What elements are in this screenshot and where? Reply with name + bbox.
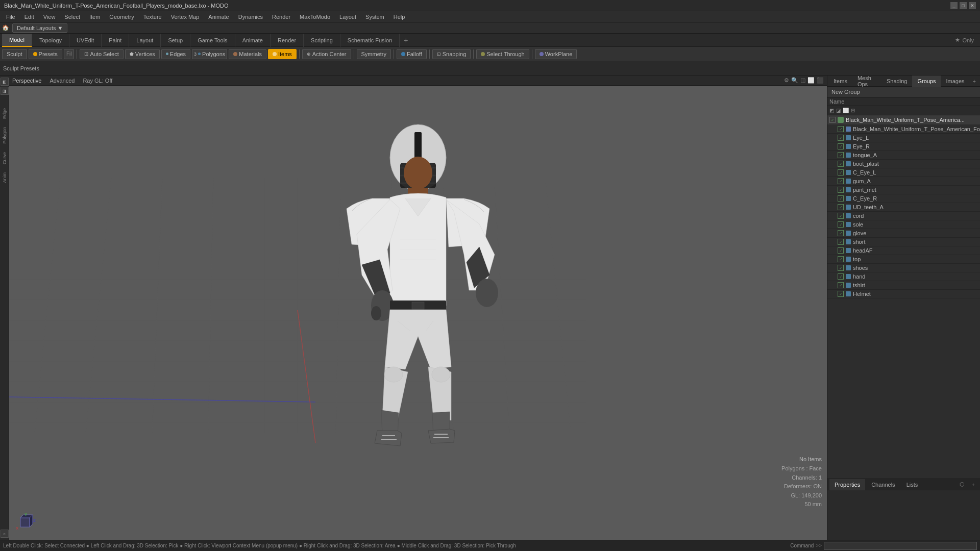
menu-vertex-map[interactable]: Vertex Map <box>167 13 204 21</box>
snapping-button[interactable]: ⊡ Snapping <box>432 49 471 59</box>
menu-item[interactable]: Item <box>85 13 104 21</box>
tree-root-item[interactable]: ✓ Black_Man_White_Uniform_T_Pose_America… <box>827 115 980 125</box>
tab-render[interactable]: Render <box>271 34 304 47</box>
check-teeth[interactable]: ✓ <box>838 204 844 210</box>
icon-4[interactable]: ⊟ <box>851 108 855 113</box>
curve-tab[interactable]: Curve <box>1 150 8 166</box>
tree-child-shoes[interactable]: ✓ shoes <box>827 264 980 272</box>
falloff-button[interactable]: Falloff <box>397 49 427 59</box>
tree-child-main[interactable]: ✓ Black_Man_White_Uniform_T_Pose_America… <box>827 125 980 134</box>
check-cord[interactable]: ✓ <box>838 213 844 219</box>
viewport-perspective-label[interactable]: Perspective <box>12 78 41 84</box>
check-top[interactable]: ✓ <box>838 256 844 262</box>
viewport-icon-3[interactable]: ◫ <box>800 77 805 84</box>
workplane-button[interactable]: WorkPlane <box>535 49 577 59</box>
tree-child-teeth[interactable]: ✓ UD_teeth_A <box>827 203 980 212</box>
menu-help[interactable]: Help <box>389 13 409 21</box>
check-hand[interactable]: ✓ <box>838 273 844 280</box>
maximize-button[interactable]: □ <box>960 2 967 9</box>
menu-texture[interactable]: Texture <box>139 13 166 21</box>
tree-child-eye-r[interactable]: ✓ Eye_R <box>827 142 980 151</box>
icon-3[interactable]: ⬜ <box>843 108 849 113</box>
menu-edit[interactable]: Edit <box>20 13 38 21</box>
default-layouts-button[interactable]: Default Layouts ▼ <box>12 23 67 33</box>
check-ceye-l[interactable]: ✓ <box>838 169 844 176</box>
tree-child-tshirt[interactable]: ✓ tshirt <box>827 281 980 290</box>
check-tshirt[interactable]: ✓ <box>838 282 844 288</box>
command-input[interactable] <box>824 542 977 550</box>
polygons-button[interactable]: 3 Polygons <box>192 49 227 59</box>
bp-tab-properties[interactable]: Properties <box>829 479 865 490</box>
check-glove[interactable]: ✓ <box>838 230 844 236</box>
check-eye-r[interactable]: ✓ <box>838 143 844 149</box>
check-sole[interactable]: ✓ <box>838 221 844 228</box>
check-main[interactable]: ✓ <box>838 126 844 132</box>
menu-view[interactable]: View <box>39 13 60 21</box>
bp-tab-add-button[interactable]: + <box>969 481 978 489</box>
icon-2[interactable]: ◪ <box>836 108 841 113</box>
check-pant[interactable]: ✓ <box>838 187 844 193</box>
select-through-button[interactable]: Select Through <box>476 49 529 59</box>
viewport-icon-5[interactable]: ⬛ <box>817 77 824 84</box>
rp-tab-add-button[interactable]: + <box>970 77 979 85</box>
edges-button[interactable]: Edges <box>161 49 190 59</box>
check-helmet[interactable]: ✓ <box>838 291 844 297</box>
check-gum[interactable]: ✓ <box>838 178 844 184</box>
check-headaf[interactable]: ✓ <box>838 247 844 254</box>
tab-paint[interactable]: Paint <box>102 34 129 47</box>
new-group-button[interactable]: New Group <box>827 87 980 97</box>
left-tool-1[interactable]: ◧ <box>1 78 9 86</box>
check-short[interactable]: ✓ <box>838 239 844 245</box>
viewport-icon-2[interactable]: 🔍 <box>791 77 798 84</box>
tree-child-boot[interactable]: ✓ boot_plast <box>827 160 980 168</box>
viewport-icon-1[interactable]: ⚙ <box>784 77 789 84</box>
items-button[interactable]: Items <box>268 49 297 59</box>
rp-tab-shading[interactable]: Shading <box>881 76 912 87</box>
rp-tab-groups[interactable]: Groups <box>912 76 941 87</box>
rp-tab-mesh-ops[interactable]: Mesh Ops <box>852 76 881 87</box>
check-shoes[interactable]: ✓ <box>838 265 844 271</box>
check-tongue[interactable]: ✓ <box>838 152 844 158</box>
edge-tab[interactable]: Edge <box>1 106 8 121</box>
left-tool-bottom[interactable]: ○ <box>1 530 9 538</box>
tree-child-ceye-l[interactable]: ✓ C_Eye_L <box>827 168 980 177</box>
tab-add-button[interactable]: + <box>400 34 412 46</box>
materials-button[interactable]: Materials <box>229 49 266 59</box>
tree-child-cord[interactable]: ✓ cord <box>827 212 980 220</box>
bp-tab-expand[interactable]: ⬡ <box>957 480 968 489</box>
tab-topology[interactable]: Topology <box>32 34 69 47</box>
menu-dynamics[interactable]: Dynamics <box>234 13 267 21</box>
tab-setup[interactable]: Setup <box>161 34 190 47</box>
menu-render[interactable]: Render <box>268 13 295 21</box>
tree-child-pant[interactable]: ✓ pant_met <box>827 186 980 194</box>
3d-viewport[interactable]: No Items Polygons : Face Channels: 1 Def… <box>9 86 827 540</box>
bp-tab-lists[interactable]: Lists <box>901 479 923 490</box>
tree-child-gum[interactable]: ✓ gum_A <box>827 177 980 186</box>
polygon-tab[interactable]: Polygon <box>1 125 8 146</box>
symmetry-button[interactable]: Symmetry <box>357 49 391 59</box>
viewport-advanced-label[interactable]: Advanced <box>50 78 75 84</box>
tree-child-hand[interactable]: ✓ hand <box>827 272 980 281</box>
menu-geometry[interactable]: Geometry <box>105 13 138 21</box>
tab-scripting[interactable]: Scripting <box>304 34 340 47</box>
tree-child-helmet[interactable]: ✓ Helmet <box>827 290 980 298</box>
menu-system[interactable]: System <box>361 13 388 21</box>
tab-uvedit[interactable]: UVEdit <box>69 34 102 47</box>
close-button[interactable]: ✕ <box>969 2 976 9</box>
icon-1[interactable]: ◩ <box>829 108 834 113</box>
tree-child-tongue[interactable]: ✓ tongue_A <box>827 151 980 160</box>
rp-tab-items[interactable]: Items <box>828 76 852 87</box>
tab-model[interactable]: Model <box>2 34 32 47</box>
tree-child-top[interactable]: ✓ top <box>827 255 980 264</box>
tab-schematic-fusion[interactable]: Schematic Fusion <box>340 34 400 47</box>
rp-tab-images[interactable]: Images <box>941 76 969 87</box>
tab-layout[interactable]: Layout <box>129 34 161 47</box>
root-check-icon[interactable]: ✓ <box>829 117 836 123</box>
tab-game-tools[interactable]: Game Tools <box>190 34 235 47</box>
viewport-raygl-label[interactable]: Ray GL: Off <box>83 78 112 84</box>
check-eye-l[interactable]: ✓ <box>838 135 844 141</box>
viewport-icon-4[interactable]: ⬜ <box>807 77 815 84</box>
menu-file[interactable]: File <box>2 13 19 21</box>
sculpt-button[interactable]: Sculpt <box>2 49 27 59</box>
minimize-button[interactable]: _ <box>950 2 958 9</box>
